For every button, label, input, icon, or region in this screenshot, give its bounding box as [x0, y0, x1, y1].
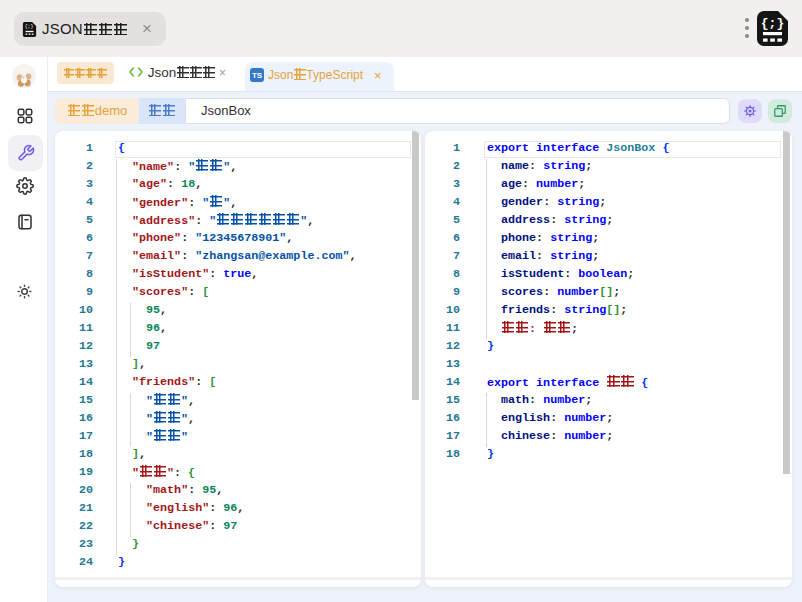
svg-text:{;}: {;} [761, 16, 784, 31]
svg-text:{;}: {;} [25, 24, 34, 29]
